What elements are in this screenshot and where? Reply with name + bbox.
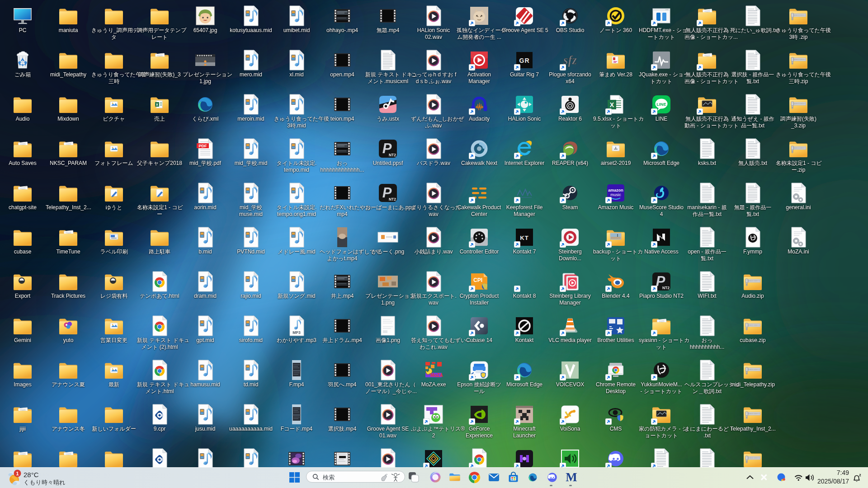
svg-text:z: z (859, 473, 861, 477)
svg-text:1: 1 (16, 471, 19, 476)
